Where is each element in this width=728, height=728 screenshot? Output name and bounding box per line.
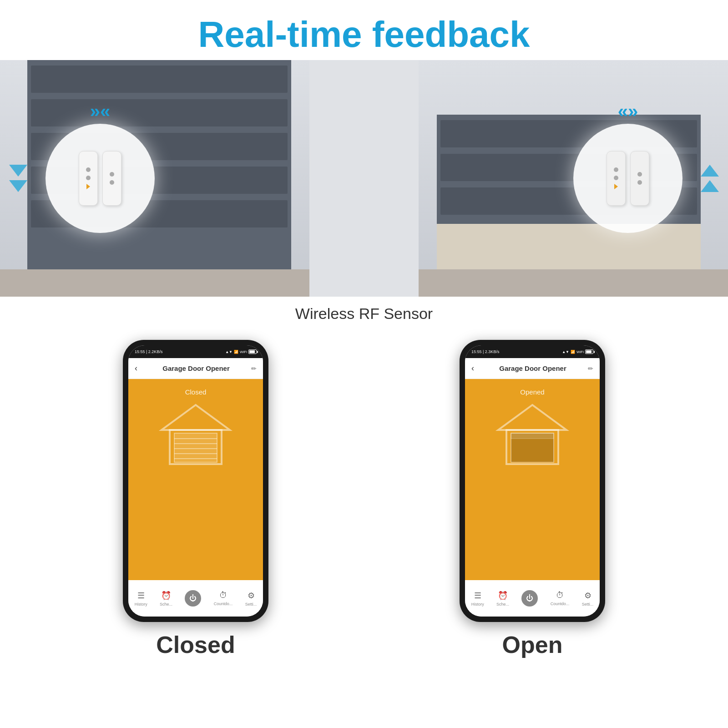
settings-icon-left: ⚙ — [248, 591, 255, 601]
schedule-label-right: Sche... — [496, 602, 509, 607]
phone-notch-right — [514, 345, 551, 354]
back-button-right[interactable]: ‹ — [471, 364, 474, 373]
phone-open-screen: 15:55 | 2.3KB/s ▲▼ 📶 WiFi ‹ Garage Door … — [465, 345, 600, 617]
closed-label: Closed — [156, 631, 235, 658]
settings-label-left: Setti... — [245, 602, 257, 607]
back-button-left[interactable]: ‹ — [135, 364, 137, 373]
countdown-label-right: Countdo... — [551, 602, 570, 606]
garage-closed-icon — [157, 400, 234, 469]
history-label-right: History — [471, 602, 484, 607]
countdown-icon-right: ⏱ — [556, 591, 564, 600]
schedule-icon-right: ⏰ — [498, 591, 508, 601]
nav-schedule-left[interactable]: ⏰ Sche... — [160, 591, 172, 607]
nav-schedule-right[interactable]: ⏰ Sche... — [496, 591, 509, 607]
countdown-icon-left: ⏱ — [219, 591, 228, 600]
nav-power-left[interactable]: ⏻ — [185, 590, 201, 607]
power-icon-left: ⏻ — [185, 590, 201, 607]
chevrons-left: »« — [90, 101, 111, 121]
status-icons-left: ▲▼ 📶 WiFi — [225, 349, 257, 354]
nav-settings-right[interactable]: ⚙ Setti... — [582, 591, 594, 607]
svg-rect-2 — [174, 433, 217, 462]
nav-history-right[interactable]: ☰ History — [471, 591, 484, 607]
nav-history-left[interactable]: ☰ History — [135, 591, 147, 607]
status-icons-right: ▲▼ 📶 WiFi — [562, 349, 593, 354]
rf-sensor-label: Wireless RF Sensor — [0, 297, 728, 331]
bottom-nav-left: ☰ History ⏰ Sche... ⏻ ⏱ Countdo... — [128, 580, 263, 617]
history-label-left: History — [135, 602, 147, 607]
svg-rect-11 — [511, 433, 554, 439]
app-header-left: ‹ Garage Door Opener ✏ — [128, 358, 263, 379]
history-icon-left: ☰ — [137, 591, 145, 601]
power-icon-right: ⏻ — [521, 590, 538, 607]
history-icon-right: ☰ — [474, 591, 481, 601]
arrow-up-right — [701, 165, 719, 192]
sensor-circle-right: «» — [573, 124, 682, 233]
garage-background: »« «» — [0, 60, 728, 297]
status-time-left: 15:55 | 2.2KB/s — [135, 349, 162, 354]
settings-icon-right: ⚙ — [584, 591, 592, 601]
app-content-closed: Closed — [128, 379, 263, 580]
app-title-right: Garage Door Opener — [478, 364, 588, 372]
schedule-label-left: Sche... — [160, 602, 172, 607]
door-status-open: Opened — [520, 388, 544, 396]
sensor-circle-left: »« — [46, 124, 155, 233]
phone-closed-wrapper: 15:55 | 2.2KB/s ▲▼ 📶 WiFi ‹ Garage Door … — [123, 340, 268, 658]
app-title-left: Garage Door Opener — [141, 364, 251, 372]
phone-closed-screen: 15:55 | 2.2KB/s ▲▼ 📶 WiFi ‹ Garage Door … — [128, 345, 263, 617]
countdown-label-left: Countdo... — [214, 602, 233, 606]
page-title: Real-time feedback — [0, 0, 728, 60]
app-content-open: Opened — [465, 379, 600, 580]
phone-closed-frame: 15:55 | 2.2KB/s ▲▼ 📶 WiFi ‹ Garage Door … — [123, 340, 268, 622]
open-label: Open — [502, 631, 563, 658]
phone-open-wrapper: 15:55 | 2.3KB/s ▲▼ 📶 WiFi ‹ Garage Door … — [460, 340, 605, 658]
nav-countdown-right[interactable]: ⏱ Countdo... — [551, 591, 570, 606]
edit-button-right[interactable]: ✏ — [588, 365, 593, 372]
arrow-down-left — [9, 165, 27, 192]
nav-countdown-left[interactable]: ⏱ Countdo... — [214, 591, 233, 606]
chevrons-right: «» — [618, 101, 638, 121]
settings-label-right: Setti... — [582, 602, 594, 607]
svg-marker-8 — [498, 405, 566, 430]
app-header-right: ‹ Garage Door Opener ✏ — [465, 358, 600, 379]
door-status-closed: Closed — [185, 388, 207, 396]
edit-button-left[interactable]: ✏ — [251, 365, 257, 372]
phone-notch-left — [177, 345, 214, 354]
phone-open-frame: 15:55 | 2.3KB/s ▲▼ 📶 WiFi ‹ Garage Door … — [460, 340, 605, 622]
schedule-icon-left: ⏰ — [161, 591, 171, 601]
phones-section: 15:55 | 2.2KB/s ▲▼ 📶 WiFi ‹ Garage Door … — [0, 331, 728, 658]
garage-open-icon — [494, 400, 571, 469]
status-time-right: 15:55 | 2.3KB/s — [471, 349, 499, 354]
bottom-nav-right: ☰ History ⏰ Sche... ⏻ ⏱ Countdo... — [465, 580, 600, 617]
nav-power-right[interactable]: ⏻ — [521, 590, 538, 607]
nav-settings-left[interactable]: ⚙ Setti... — [245, 591, 257, 607]
svg-marker-0 — [162, 405, 230, 430]
